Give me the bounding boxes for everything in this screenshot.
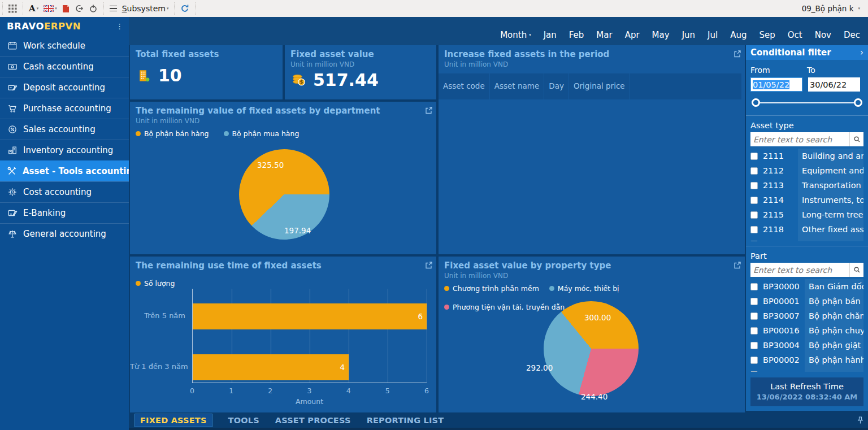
date-range-slider[interactable] <box>752 96 862 110</box>
sidebar-item-asset-tools-accounting[interactable]: Asset - Tools accounting <box>0 160 129 181</box>
bar-t-1-n-3-n-m[interactable]: 4 <box>193 354 349 380</box>
to-date-input[interactable]: 30/06/22 <box>808 77 860 92</box>
svg-text:$: $ <box>11 190 14 194</box>
sidebar-menu-icon[interactable]: ⋮ <box>116 22 123 31</box>
fixed-asset-value: 517.44 <box>313 72 379 89</box>
checkbox[interactable] <box>750 167 758 175</box>
sidebar-item-deposit-accounting[interactable]: Deposit accounting <box>0 77 129 98</box>
checkbox[interactable] <box>750 197 758 204</box>
checkbox[interactable] <box>750 357 758 364</box>
checkbox[interactable] <box>750 226 758 233</box>
checkbox[interactable] <box>750 312 758 320</box>
checkbox[interactable] <box>750 298 758 305</box>
month-item-aug[interactable]: Aug <box>730 30 747 40</box>
part-row[interactable]: BP00001 Bộ phận bán h <box>750 294 863 309</box>
asset-type-row[interactable]: 2111 Building and arch <box>750 149 863 163</box>
asset-type-row[interactable]: 2118 Other fixed assets <box>750 222 863 237</box>
part-row-partial[interactable] <box>750 367 863 372</box>
bar-tr-n-5-n-m[interactable]: 6 <box>193 303 427 329</box>
tab-asset-process[interactable]: ASSET PROCESS <box>275 416 351 425</box>
checkbox[interactable] <box>750 153 758 160</box>
sidebar-item-cash-accounting[interactable]: Cash accounting <box>0 56 129 77</box>
chevron-right-icon[interactable]: › <box>860 47 863 58</box>
menu-icon[interactable] <box>110 6 117 12</box>
total-fixed-assets-value: 10 <box>158 67 182 84</box>
part-row[interactable]: BP30000 Ban Giám đốc <box>750 279 863 294</box>
asset-type-row[interactable]: 2115 Long-term trees, <box>750 207 863 222</box>
asset-type-row[interactable]: 2114 Instruments, tools <box>750 193 863 207</box>
sidebar-item-label: General accounting <box>23 229 106 239</box>
month-item-mar[interactable]: Mar <box>596 30 612 40</box>
table-column-header-day[interactable]: Day <box>544 73 568 99</box>
part-row[interactable]: BP30004 Bộ phận giặt <box>750 338 863 353</box>
apps-grid-icon[interactable] <box>8 5 17 13</box>
part-row[interactable]: BP30007 Bộ phận chăm <box>750 309 863 323</box>
pie-value-label: 300.00 <box>584 313 611 322</box>
search-icon[interactable] <box>849 132 863 146</box>
logout-icon[interactable] <box>75 4 84 13</box>
tools-icon <box>7 166 17 177</box>
refresh-icon[interactable] <box>180 4 189 13</box>
sidebar-item-cost-accounting[interactable]: $ Cost accounting <box>0 181 129 202</box>
from-label: From <box>750 66 807 75</box>
card-total-fixed-assets: Total fixed assets 10 <box>130 45 283 99</box>
sidebar-item-inventory-accounting[interactable]: Inventory accounting <box>0 140 129 160</box>
month-mode-dropdown[interactable]: Month ▾ <box>500 30 531 40</box>
pdf-export-icon[interactable] <box>62 5 70 13</box>
checkbox[interactable] <box>750 342 758 349</box>
filter-panel-header[interactable]: Conditional filter › <box>746 45 868 60</box>
asset-type-search-input[interactable] <box>750 132 849 146</box>
last-refresh-box: Last Refresh Time 13/06/2022 08:32:40 AM <box>750 377 863 406</box>
from-date-input[interactable]: 01/05/22 <box>750 77 802 92</box>
month-item-dec[interactable]: Dec <box>844 30 860 40</box>
asset-type-row[interactable]: 2112 Equipment and m <box>750 163 863 178</box>
bottom-tabbar: FIXED ASSETSTOOLSASSET PROCESSREPORTING … <box>129 412 868 430</box>
card-title: Increase fixed assets in the period <box>439 45 745 60</box>
user-label: 09_Bộ phận k <box>802 4 854 13</box>
month-item-nov[interactable]: Nov <box>815 30 831 40</box>
slider-handle-to[interactable] <box>854 98 862 107</box>
month-item-jun[interactable]: Jun <box>682 30 695 40</box>
month-item-oct[interactable]: Oct <box>788 30 802 40</box>
sidebar-item-general-accounting[interactable]: General accounting <box>0 223 129 244</box>
table-column-header-original-price[interactable]: Original price <box>569 73 630 99</box>
power-icon[interactable] <box>89 4 98 13</box>
sidebar-item-e-banking[interactable]: E-Banking <box>0 202 129 223</box>
language-flag-button[interactable]: ▾ <box>44 5 57 12</box>
part-search-input[interactable] <box>750 263 849 277</box>
expand-icon[interactable] <box>734 49 741 60</box>
asset-type-row[interactable]: 2113 Transportation ar <box>750 178 863 193</box>
slider-handle-from[interactable] <box>752 98 760 107</box>
month-item-may[interactable]: May <box>652 30 670 40</box>
subsystem-dropdown[interactable]: Subsystem ▾ <box>122 4 169 13</box>
checkbox[interactable] <box>750 371 758 372</box>
user-dropdown[interactable]: 09_Bộ phận k ▾ <box>794 4 868 13</box>
sidebar-item-sales-accounting[interactable]: Sales accounting <box>0 119 129 140</box>
month-item-apr[interactable]: Apr <box>625 30 640 40</box>
table-column-header-asset-name[interactable]: Asset name <box>490 73 544 99</box>
slider-track[interactable] <box>754 102 860 103</box>
pin-icon[interactable] <box>857 416 863 427</box>
checkbox[interactable] <box>750 283 758 290</box>
checkbox[interactable] <box>750 241 758 242</box>
checkbox[interactable] <box>750 327 758 335</box>
tab-fixed-assets[interactable]: FIXED ASSETS <box>134 414 212 427</box>
month-item-jul[interactable]: Jul <box>708 30 718 40</box>
search-icon[interactable] <box>849 263 863 277</box>
part-row[interactable]: BP00002 Bộ phận hành <box>750 353 863 367</box>
asset-type-row-partial[interactable] <box>750 237 863 241</box>
month-item-jan[interactable]: Jan <box>544 30 557 40</box>
table-column-header-asset-code[interactable]: Asset code <box>439 73 489 99</box>
month-item-feb[interactable]: Feb <box>569 30 584 40</box>
tab-reporting-list[interactable]: REPORTING LIST <box>367 416 444 425</box>
tab-tools[interactable]: TOOLS <box>228 416 259 425</box>
part-row[interactable]: BP00016 Bộ phận chuyê <box>750 323 863 338</box>
gridline <box>388 289 388 383</box>
checkbox[interactable] <box>750 211 758 219</box>
month-item-sep[interactable]: Sep <box>759 30 775 40</box>
part-list: BP30000 Ban Giám đốc BP00001 Bộ phận bán… <box>750 279 863 372</box>
sidebar-item-purchase-accounting[interactable]: Purchase accounting <box>0 98 129 119</box>
sidebar-item-work-schedule[interactable]: Work schedule <box>0 35 129 56</box>
checkbox[interactable] <box>750 182 758 189</box>
font-menu-button[interactable]: A▾ <box>29 3 38 14</box>
